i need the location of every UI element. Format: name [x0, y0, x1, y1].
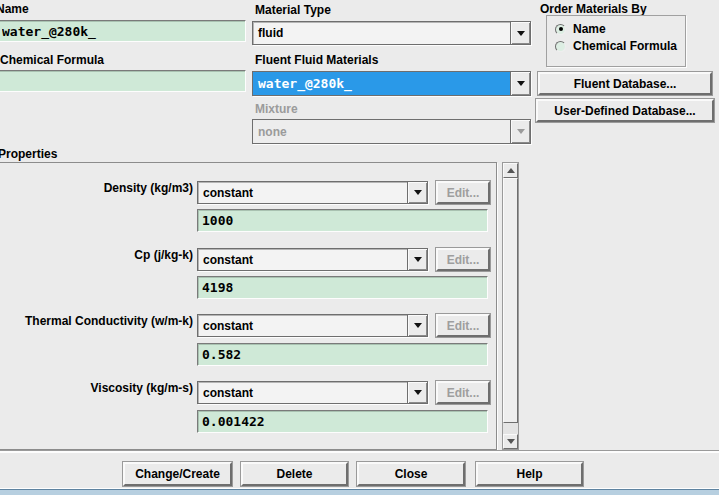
scroll-down-button[interactable] [503, 434, 518, 449]
chevron-down-icon[interactable] [407, 182, 427, 203]
property-name-viscosity: Viscosity (kg/m-s) [0, 381, 193, 395]
material-type-select[interactable]: fluid [252, 21, 531, 45]
help-button-label: Help [516, 467, 542, 481]
property-name-density: Density (kg/m3) [0, 181, 193, 195]
viscosity-value-input[interactable] [197, 410, 488, 433]
fluent-fluid-materials-select[interactable]: water_@280k_ [252, 71, 531, 96]
viscosity-edit-button: Edit... [436, 381, 490, 404]
edit-button-label: Edit... [447, 186, 480, 200]
user-defined-database-button-label: User-Defined Database... [554, 104, 695, 118]
scrollbar-thumb[interactable] [503, 178, 518, 423]
thermal-conductivity-method-select[interactable]: constant [197, 314, 428, 337]
edit-button-label: Edit... [447, 319, 480, 333]
chemical-formula-input[interactable] [0, 70, 246, 92]
mixture-value: none [253, 120, 510, 143]
create-edit-materials-dialog: Name Chemical Formula Material Type flui… [0, 0, 719, 495]
change-create-button[interactable]: Change/Create [123, 462, 232, 486]
bottom-separator [0, 450, 719, 453]
density-method-value: constant [198, 182, 407, 203]
radio-order-by-chemical-formula[interactable]: Chemical Formula [555, 39, 677, 53]
delete-button[interactable]: Delete [241, 462, 348, 486]
chevron-down-icon[interactable] [407, 382, 427, 403]
edit-button-label: Edit... [447, 253, 480, 267]
properties-panel [0, 162, 497, 450]
material-type-label: Material Type [255, 3, 331, 17]
thermal-conductivity-edit-button: Edit... [436, 314, 490, 337]
close-button[interactable]: Close [357, 462, 465, 486]
property-name-cp: Cp (j/kg-k) [0, 248, 193, 262]
material-type-value: fluid [253, 22, 510, 44]
chevron-down-icon[interactable] [407, 315, 427, 336]
thermal-conductivity-value-input[interactable] [197, 343, 488, 366]
cp-method-select[interactable]: constant [197, 248, 428, 271]
viscosity-method-value: constant [198, 382, 407, 403]
properties-label: Properties [0, 147, 57, 161]
density-method-select[interactable]: constant [197, 181, 428, 204]
chevron-down-icon[interactable] [407, 249, 427, 270]
properties-scrollbar[interactable] [502, 162, 519, 450]
cp-edit-button: Edit... [436, 248, 490, 271]
density-value-input[interactable] [197, 209, 488, 232]
fluent-database-button-label: Fluent Database... [574, 77, 677, 91]
change-create-button-label: Change/Create [135, 467, 220, 481]
fluent-fluid-materials-label: Fluent Fluid Materials [255, 53, 378, 67]
density-edit-button: Edit... [436, 181, 490, 204]
close-button-label: Close [395, 467, 428, 481]
cp-value-input[interactable] [197, 276, 488, 299]
radio-unselected-icon[interactable] [555, 41, 566, 52]
order-materials-by-label: Order Materials By [540, 2, 647, 16]
radio-order-by-name[interactable]: Name [555, 22, 606, 36]
viscosity-method-select[interactable]: constant [197, 381, 428, 404]
name-label: Name [0, 2, 29, 16]
cp-method-value: constant [198, 249, 407, 270]
chevron-down-icon [510, 120, 530, 143]
mixture-label: Mixture [255, 102, 298, 116]
chevron-up-icon [507, 168, 515, 173]
scroll-up-button[interactable] [503, 163, 518, 178]
user-defined-database-button[interactable]: User-Defined Database... [536, 99, 714, 122]
property-name-thermal-conductivity: Thermal Conductivity (w/m-k) [0, 314, 193, 328]
radio-label: Chemical Formula [573, 39, 677, 53]
delete-button-label: Delete [276, 467, 312, 481]
radio-label: Name [573, 22, 606, 36]
mixture-select: none [252, 119, 531, 144]
order-materials-by-group: Name Chemical Formula [546, 15, 686, 67]
chevron-down-icon[interactable] [510, 22, 530, 44]
help-button[interactable]: Help [476, 462, 583, 486]
window-edge-strip [0, 489, 719, 495]
name-input[interactable] [0, 20, 246, 42]
fluent-fluid-materials-value: water_@280k_ [253, 72, 510, 95]
chevron-down-icon[interactable] [510, 72, 530, 95]
radio-selected-icon[interactable] [555, 24, 566, 35]
thermal-conductivity-method-value: constant [198, 315, 407, 336]
chevron-down-icon [507, 439, 515, 444]
chemical-formula-label: Chemical Formula [0, 53, 104, 67]
fluent-database-button[interactable]: Fluent Database... [538, 72, 712, 95]
edit-button-label: Edit... [447, 386, 480, 400]
